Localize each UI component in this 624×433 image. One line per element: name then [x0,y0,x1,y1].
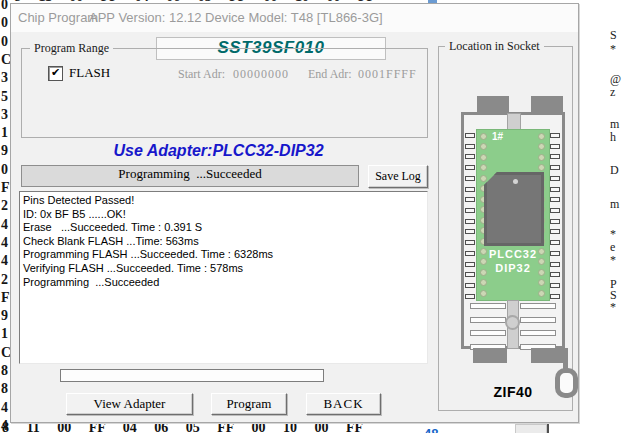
background-text-char: S [610,28,624,43]
zif-slot-icon [470,303,506,309]
plcc-socket-icon [484,172,544,246]
adapter-pin-icon [550,208,560,213]
adapter-hole-icon [538,164,545,171]
adapter-pin-icon [550,219,560,224]
adapter-pin-icon [550,283,560,288]
adapter-name-line2: DIP32 [477,262,549,274]
adapter-pin-icon [465,144,475,149]
adapter-pin-icon [465,262,475,267]
zif-slots-left [470,303,506,350]
adapter-pin-icon [550,187,560,192]
adapter-pin-icon [550,294,560,299]
dialog-title: Chip Program [18,10,98,25]
zif-slot-icon [470,330,506,336]
adapter-pin-icon [465,165,475,170]
adapter-pin-icon [465,283,475,288]
status-progress-bar: Programming ...Succeeded [21,165,359,187]
adapter-hole-icon [538,154,545,161]
adapter-pins-left [465,133,476,299]
zif-slots-right [520,303,556,350]
background-text-char: D [610,163,624,178]
adapter-pin-icon [550,251,560,256]
log-output-area[interactable]: Pins Detected Passed!ID: 0x BF B5 ......… [19,191,428,364]
adapter-pin-icon [550,197,560,202]
flash-checkbox-label: FLASH [69,65,110,81]
adapter-pin-icon [465,176,475,181]
flash-checkbox[interactable]: ✔ [48,66,63,81]
background-scrollbar-fragment [515,424,547,433]
background-text-char: h [610,130,624,145]
adapter-pin-icon [550,165,560,170]
adapter-pin-icon [465,197,475,202]
dialog-titlebar: Chip Program APP Version: 12.12 Device M… [11,4,578,32]
adapter-board: 1# PLCC32 DIP32 [476,129,550,301]
adapter-pin-icon [465,154,475,159]
background-divider-fragment [547,422,549,433]
adapter-pin-icon [465,251,475,256]
view-adapter-button[interactable]: View Adapter [66,393,193,415]
log-line: Erase ...Succeeded. Time : 0.391 S [23,221,424,235]
zif-slot-icon [520,330,556,336]
background-text-char: * [610,300,624,315]
adapter-pin-icon [465,208,475,213]
adapter-pin-icon [465,187,475,192]
adapter-hole-icon [480,175,487,182]
use-adapter-notice: Use Adapter:PLCC32-DIP32 [11,142,426,160]
start-adr-label: Start Adr: [178,67,225,82]
adapter-hole-icon [538,279,545,286]
adapter-pin-icon [550,272,560,277]
adapter-pin-icon [550,240,560,245]
adapter-pin-icon [465,219,475,224]
adapter-pin-icon [465,294,475,299]
plcc-pin1-dot-icon [513,179,518,184]
program-button[interactable]: Program [211,393,287,415]
end-adr-value: 0001FFFF [358,67,417,82]
zif-slot-icon [470,317,506,323]
adapter-pins-right [550,133,561,299]
chip-program-dialog: Chip Program APP Version: 12.12 Device M… [10,3,579,423]
program-range-label: Program Range [30,41,113,56]
adapter-pin-icon [550,144,560,149]
checkbox-check-icon: ✔ [51,66,60,79]
adapter-name-line1: PLCC32 [477,248,549,260]
adapter-pin-icon [550,229,560,234]
zif-slot-icon [520,303,556,309]
zif-bottom-tab-right [531,348,565,363]
adapter-hole-icon [480,143,487,150]
adapter-pin-icon [465,229,475,234]
zif-lever-arm [563,348,568,370]
back-button[interactable]: BACK [306,393,381,415]
zif-slot-icon [520,317,556,323]
adapter-hole-icon [480,154,487,161]
adapter-pin-icon [465,133,475,138]
adapter-hole-icon [538,143,545,150]
zif-screw-icon [505,315,520,330]
zif-bottom-tab-left [473,348,507,363]
zif-socket-label: ZIF40 [461,384,565,400]
save-log-button[interactable]: Save Log [368,165,428,188]
log-line: Verifying FLASH ...Succeeded. Time : 578… [23,262,424,276]
background-text-char: z [610,85,624,100]
adapter-pin-icon [550,133,560,138]
adapter-hole-icon [480,279,487,286]
adapter-hole-icon [480,133,487,140]
adapter-hole-icon [538,290,545,297]
adapter-pin-icon [550,176,560,181]
program-range-groupbox: Program Range [21,48,428,138]
overall-progress-bar [60,369,324,382]
adapter-hole-icon [480,164,487,171]
zif-top-tab-right [531,96,563,113]
screen: 000C353190F24442F91C8844 8 11 00 FF 04 0… [0,0,624,433]
dialog-subtitle: APP Version: 12.12 Device Model: T48 [TL… [89,10,383,25]
background-text-char: m [610,197,624,212]
adapter-hole-icon [480,290,487,297]
adapter-pin-icon [550,154,560,159]
pin1-marker: 1# [492,131,503,142]
adapter-pin-icon [465,272,475,277]
start-adr-value: 00000000 [233,67,289,82]
log-line: Pins Detected Passed! [23,194,424,208]
zif-top-tab-left [477,96,509,113]
log-line: Check Blank FLASH ...Time: 563ms [23,235,424,249]
end-adr-label: End Adr: [308,67,352,82]
background-blue-fragment-bottom: 48 [424,426,450,433]
